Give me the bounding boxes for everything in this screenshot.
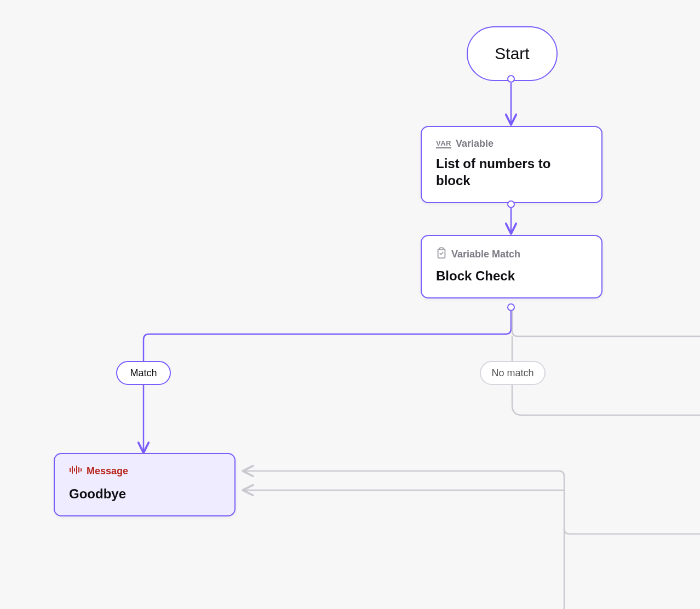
- flow-canvas[interactable]: { "start": { "label": "Start" }, "nodes"…: [0, 0, 700, 609]
- start-label: Start: [495, 44, 529, 63]
- variable-match-type-label: Variable Match: [451, 249, 520, 260]
- variable-match-out-port[interactable]: [507, 303, 515, 311]
- branch-label-match[interactable]: Match: [116, 361, 171, 385]
- start-node[interactable]: Start: [467, 26, 558, 81]
- variable-type-label: Variable: [456, 138, 494, 150]
- branch-label-no-match[interactable]: No match: [480, 361, 546, 385]
- variable-node[interactable]: VAR Variable List of numbers to block: [421, 126, 603, 203]
- clipboard-check-icon: [436, 247, 447, 262]
- connectors-layer: [0, 0, 700, 609]
- audio-waveform-icon: [69, 465, 82, 478]
- message-type-label: Message: [87, 466, 128, 477]
- variable-match-type: Variable Match: [436, 247, 587, 262]
- variable-out-port[interactable]: [507, 200, 515, 208]
- var-icon: VAR: [436, 140, 451, 148]
- start-out-port[interactable]: [507, 75, 515, 83]
- svg-rect-1: [440, 248, 443, 250]
- variable-match-node[interactable]: Variable Match Block Check: [421, 235, 603, 298]
- variable-node-type: VAR Variable: [436, 138, 587, 150]
- branch-match-text: Match: [130, 367, 157, 379]
- message-node[interactable]: Message Goodbye: [54, 453, 236, 516]
- message-node-title: Goodbye: [69, 485, 220, 502]
- variable-node-title: List of numbers to block: [436, 155, 587, 189]
- branch-no-match-text: No match: [491, 367, 533, 379]
- variable-match-title: Block Check: [436, 267, 587, 284]
- message-node-type: Message: [69, 465, 220, 478]
